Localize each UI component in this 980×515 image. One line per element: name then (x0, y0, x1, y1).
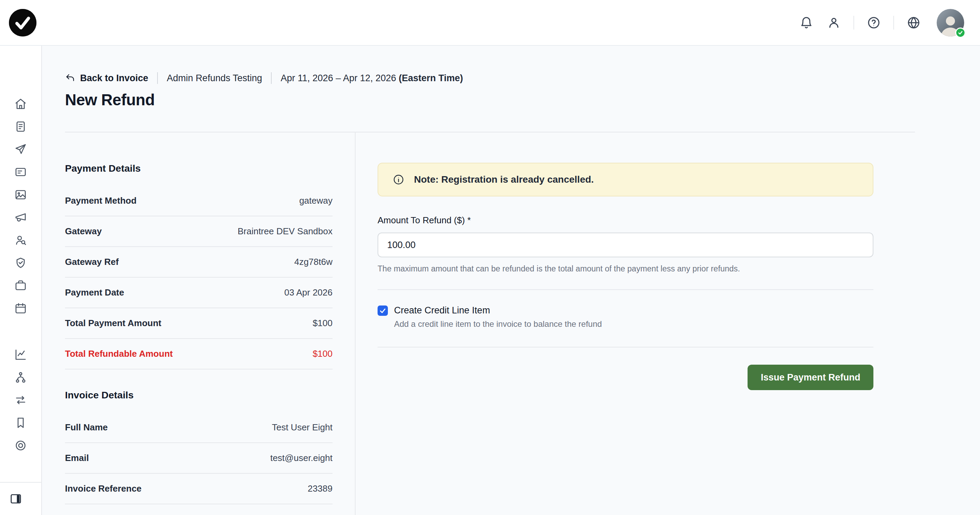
badge-check-icon[interactable] (13, 255, 28, 270)
globe-icon[interactable] (906, 15, 921, 30)
create-credit-help-text: Add a credit line item to the invoice to… (394, 319, 873, 329)
calendar-icon[interactable] (13, 301, 28, 316)
media-icon[interactable] (13, 187, 28, 202)
page-title: New Refund (65, 91, 915, 109)
row-label: Email (65, 453, 89, 463)
back-link-label: Back to Invoice (80, 73, 148, 84)
breadcrumb-date-range: Apr 11, 2026 – Apr 12, 2026 (Eastern Tim… (281, 73, 463, 84)
row-value: 23389 (308, 483, 332, 494)
note-banner: Note: Registration is already cancelled. (377, 163, 873, 196)
row-label: Gateway (65, 226, 102, 237)
topbar-divider (853, 16, 854, 30)
toolbox-icon[interactable] (13, 278, 28, 293)
invoice-details-heading: Invoice Details (65, 389, 332, 401)
amount-to-refund-input[interactable] (377, 233, 873, 257)
row-value: $100 (313, 349, 332, 359)
create-credit-label[interactable]: Create Credit Line Item (394, 305, 490, 316)
breadcrumb-event-name: Admin Refunds Testing (167, 73, 262, 84)
row-value: gateway (299, 195, 332, 206)
topbar-divider (893, 16, 894, 30)
row-value: Braintree DEV Sandbox (238, 226, 332, 237)
table-row: Gateway Braintree DEV Sandbox (65, 216, 332, 247)
row-label: Gateway Ref (65, 257, 119, 267)
return-arrow-icon (65, 73, 75, 83)
row-label: Payment Date (65, 287, 124, 298)
row-label: Total Payment Amount (65, 318, 161, 328)
row-value: 03 Apr 2026 (284, 287, 332, 298)
send-icon[interactable] (13, 142, 28, 157)
target-icon[interactable] (13, 438, 28, 453)
transfers-icon[interactable] (13, 392, 28, 408)
notifications-bell-icon[interactable] (799, 15, 814, 30)
info-icon (393, 174, 404, 185)
payment-details-heading: Payment Details (65, 163, 332, 174)
row-value: Test User Eight (272, 422, 332, 433)
row-value: $100 (313, 318, 332, 328)
table-row: Payment Date 03 Apr 2026 (65, 277, 332, 308)
timezone-text: (Eastern Time) (399, 73, 463, 83)
table-row-refundable-amount: Total Refundable Amount $100 (65, 339, 332, 370)
note-text: Note: Registration is already cancelled. (414, 174, 594, 185)
row-label: Full Name (65, 422, 108, 433)
table-row: Total Payment Amount $100 (65, 308, 332, 339)
row-label: Payment Method (65, 195, 137, 206)
row-value: 4zg78t6w (294, 257, 332, 267)
bookmarks-icon[interactable] (13, 415, 28, 430)
topbar-actions (799, 9, 964, 37)
table-row: Full Name Test User Eight (65, 413, 332, 443)
back-to-invoice-link[interactable]: Back to Invoice (65, 73, 148, 84)
avatar[interactable] (937, 9, 964, 37)
form-divider (377, 289, 873, 290)
create-credit-checkbox[interactable] (377, 306, 388, 316)
row-value: test@user.eight (270, 453, 332, 463)
issue-payment-refund-button[interactable]: Issue Payment Refund (748, 365, 873, 390)
amount-to-refund-label: Amount To Refund ($) * (377, 215, 873, 226)
check-icon (379, 307, 387, 314)
workflow-icon[interactable] (13, 370, 28, 385)
home-icon[interactable] (13, 96, 28, 112)
main-content: Back to Invoice Admin Refunds Testing Ap… (42, 46, 980, 515)
create-credit-row: Create Credit Line Item (377, 305, 873, 316)
details-panel: Payment Details Payment Method gateway G… (65, 132, 356, 515)
announcements-icon[interactable] (13, 210, 28, 225)
amount-help-text: The maximum amount that can be refunded … (377, 264, 873, 274)
breadcrumb: Back to Invoice Admin Refunds Testing Ap… (65, 72, 915, 84)
table-row: Invoice Reference 23389 (65, 474, 332, 504)
row-label: Total Refundable Amount (65, 349, 173, 359)
billing-icon[interactable] (13, 164, 28, 180)
breadcrumb-divider (157, 72, 158, 84)
user-search-icon[interactable] (13, 233, 28, 248)
help-circle-icon[interactable] (866, 15, 881, 30)
table-row: Email test@user.eight (65, 443, 332, 474)
app-logo-icon[interactable] (9, 9, 37, 37)
breadcrumb-divider (271, 72, 272, 84)
avatar-status-badge-icon (955, 27, 966, 38)
sidebar (0, 46, 42, 515)
invoices-icon[interactable] (13, 119, 28, 134)
analytics-icon[interactable] (13, 347, 28, 362)
date-range-text: Apr 11, 2026 – Apr 12, 2026 (281, 73, 396, 83)
form-actions: Issue Payment Refund (377, 365, 873, 390)
collapse-panel-icon[interactable] (8, 491, 23, 506)
form-divider (377, 347, 873, 348)
sidebar-footer (0, 482, 41, 515)
user-icon[interactable] (826, 15, 842, 30)
table-row: Gateway Ref 4zg78t6w (65, 247, 332, 277)
refund-form: Note: Registration is already cancelled.… (356, 132, 915, 515)
row-label: Invoice Reference (65, 483, 142, 494)
topbar (0, 0, 980, 46)
table-row: Payment Method gateway (65, 186, 332, 216)
